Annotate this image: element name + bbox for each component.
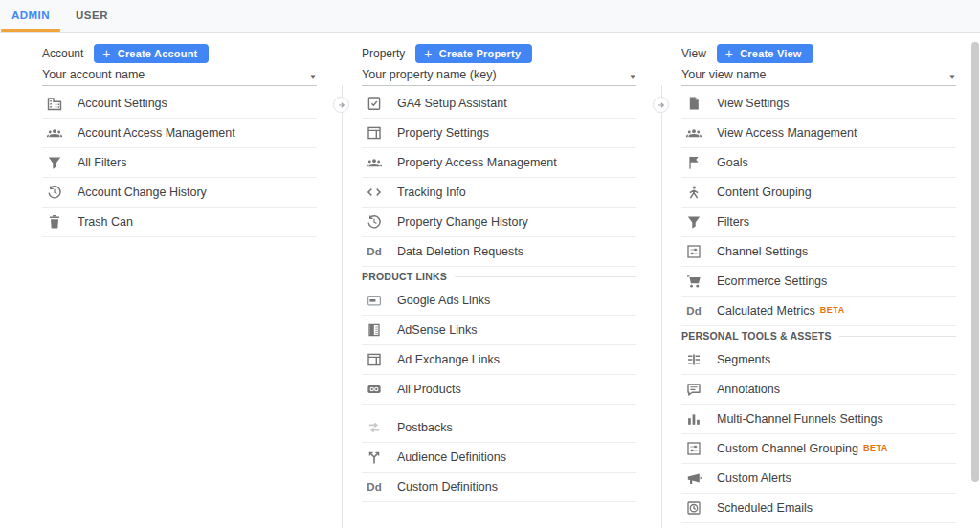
dd-glyph: Dd <box>686 305 701 317</box>
menu-item[interactable]: Ad Exchange Links <box>362 345 636 375</box>
menu-item[interactable]: Trash Can <box>42 208 317 237</box>
view-selector-dropdown[interactable]: Your view name ▼ <box>681 65 956 86</box>
create-account-button[interactable]: + Create Account <box>94 44 209 63</box>
dd-icon: Dd <box>684 302 703 319</box>
column-divider <box>661 85 662 528</box>
menu-item[interactable]: Property Access Management <box>362 148 636 178</box>
menu-item-label: AdSense Links <box>397 323 477 337</box>
menu-item[interactable]: Property Settings <box>362 119 636 148</box>
menu-item[interactable]: Channel Settings <box>681 237 956 267</box>
menu-item-label: All Products <box>397 383 461 396</box>
menu-item-label: Data Deletion Requests <box>397 245 523 258</box>
postbacks-icon <box>365 419 384 436</box>
scrollbar-thumb[interactable] <box>971 42 979 482</box>
menu-item-label: Custom Definitions <box>397 480 498 494</box>
segments-icon <box>684 351 703 368</box>
all-products-icon <box>365 381 384 398</box>
menu-item[interactable]: Property Change History <box>362 208 636 237</box>
menu-item[interactable]: Account Change History <box>42 178 317 208</box>
beta-badge: BETA <box>863 443 888 452</box>
menu-item[interactable]: DdCustom Definitions <box>362 473 636 502</box>
menu-item-label: Property Settings <box>397 126 489 140</box>
menu-item[interactable]: AdSense Links <box>362 316 636 345</box>
google-ads-icon <box>365 292 384 309</box>
tab-user[interactable]: USER <box>61 0 122 32</box>
tab-admin[interactable]: ADMIN <box>0 0 61 32</box>
menu-item[interactable]: DdCalculated MetricsBETA <box>681 297 956 326</box>
menu-item-label: GA4 Setup Assistant <box>397 97 507 110</box>
admin-content: Account + Create Account Your account na… <box>0 33 980 528</box>
menu-item[interactable]: Segments <box>681 345 956 375</box>
property-selector-dropdown[interactable]: Your property name (key) ▼ <box>362 65 636 86</box>
menu-item[interactable]: Google Ads Links <box>362 286 636 316</box>
menu-item[interactable]: Goals <box>681 148 956 178</box>
view-selector-value: Your view name <box>681 68 766 81</box>
content-grouping-icon <box>684 184 703 201</box>
menu-item[interactable]: Annotations <box>681 375 956 405</box>
menu-item-label: Multi-Channel Funnels Settings <box>717 412 883 426</box>
create-view-button[interactable]: + Create View <box>717 44 813 63</box>
filter-icon <box>45 154 64 171</box>
menu-item[interactable]: Content Grouping <box>681 178 956 208</box>
plus-icon: + <box>725 46 733 61</box>
chevron-down-icon: ▼ <box>629 73 636 81</box>
menu-item[interactable]: Custom Alerts <box>681 464 956 494</box>
collapse-property-column-button[interactable] <box>653 97 669 113</box>
menu-item-label: Tracking Info <box>397 186 466 199</box>
menu-item[interactable]: Postbacks <box>362 413 636 443</box>
menu-item[interactable]: Filters <box>681 208 956 237</box>
arrow-right-icon <box>337 100 346 110</box>
menu-item-label: Annotations <box>717 383 780 396</box>
dd-glyph: Dd <box>367 246 381 257</box>
menu-item[interactable]: All Products <box>362 375 636 405</box>
menu-item[interactable]: All Filters <box>42 148 317 178</box>
menu-item-label: Account Settings <box>78 97 167 110</box>
view-entity-label: View <box>681 47 706 60</box>
property-column: Property + Create Property Your property… <box>362 33 636 502</box>
create-property-button[interactable]: + Create Property <box>415 44 532 63</box>
menu-item-label: Property Access Management <box>397 156 557 169</box>
menu-item-label: Segments <box>717 353 770 366</box>
menu-item-label: Audience Definitions <box>397 451 506 464</box>
menu-item-label: Property Change History <box>397 215 528 229</box>
menu-item[interactable]: DdData Deletion Requests <box>362 237 636 267</box>
section-header: PRODUCT LINKS <box>362 267 636 286</box>
vertical-scrollbar <box>969 33 980 528</box>
account-entity-label: Account <box>42 47 83 60</box>
menu-item[interactable]: View Access Management <box>681 119 956 148</box>
layout-icon <box>365 124 384 142</box>
menu-item[interactable]: Account Settings <box>42 89 317 119</box>
business-icon <box>45 95 64 112</box>
menu-item-label: Channel Settings <box>717 245 808 258</box>
channel-settings-icon <box>684 243 703 260</box>
adsense-icon <box>365 321 384 339</box>
menu-item[interactable]: Ecommerce Settings <box>681 267 956 297</box>
menu-item[interactable]: Multi-Channel Funnels Settings <box>681 405 956 434</box>
menu-item-label: Ad Exchange Links <box>397 353 500 366</box>
filter-icon <box>684 213 703 231</box>
create-account-label: Create Account <box>118 48 198 59</box>
property-selector-value: Your property name (key) <box>362 68 497 81</box>
collapse-account-column-button[interactable] <box>333 97 349 113</box>
layout-icon <box>365 351 384 368</box>
menu-item[interactable]: View Settings <box>681 89 956 119</box>
menu-item[interactable]: GA4 Setup Assistant <box>362 89 636 119</box>
account-menu-list: Account SettingsAccount Access Managemen… <box>42 89 317 237</box>
menu-item-label: Ecommerce Settings <box>717 275 827 288</box>
account-selector-dropdown[interactable]: Your account name ▼ <box>42 65 317 86</box>
menu-item-label: Goals <box>717 156 748 169</box>
menu-item-label: Custom Channel Grouping <box>717 442 858 455</box>
people-icon <box>45 124 64 142</box>
plus-icon: + <box>424 46 432 61</box>
menu-item[interactable]: Scheduled Emails <box>681 494 956 523</box>
menu-item[interactable]: Audience Definitions <box>362 443 636 473</box>
code-icon <box>365 184 384 201</box>
history-icon <box>45 184 64 201</box>
menu-item[interactable]: Tracking Info <box>362 178 636 208</box>
megaphone-icon <box>684 470 703 487</box>
section-header: PERSONAL TOOLS & ASSETS <box>681 326 956 345</box>
menu-item-label: Account Access Management <box>78 126 235 140</box>
menu-item[interactable]: Account Access Management <box>42 119 317 148</box>
menu-item[interactable]: Custom Channel GroupingBETA <box>681 434 956 464</box>
beta-badge: BETA <box>820 305 845 315</box>
